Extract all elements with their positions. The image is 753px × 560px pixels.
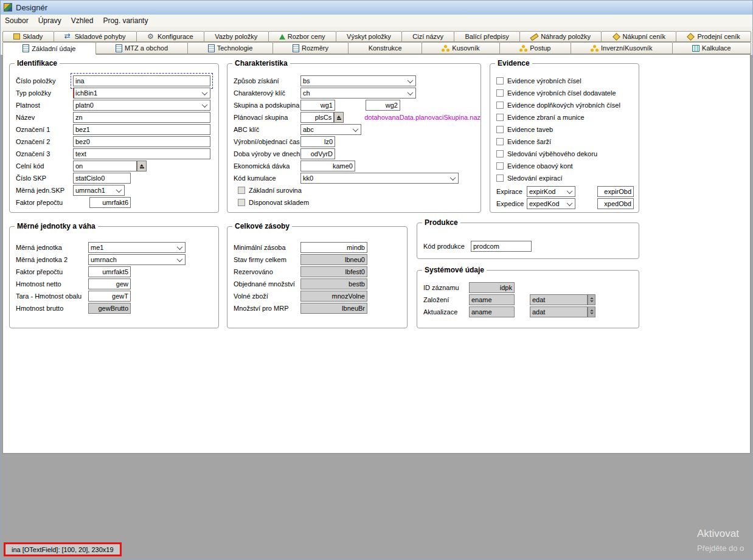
faktor-prepoctu2-input[interactable]: umrfakt5 <box>88 266 131 277</box>
hmotnost-netto-input[interactable]: gew <box>88 278 131 289</box>
form-row: Označení 2 bez0 <box>16 136 218 148</box>
tab-prodejni-cenik[interactable]: Prodejní ceník <box>676 31 751 42</box>
field-label: Charakterový klíč <box>234 89 300 97</box>
tab-vazby-polozky[interactable]: Vazby položky <box>204 31 269 42</box>
expedice-obdobi-input[interactable]: xpedObd <box>597 198 634 209</box>
celni-kod-picker-button[interactable] <box>137 161 147 171</box>
expedice-kod-select[interactable]: expedKod <box>527 198 575 209</box>
tab-zakladni-udaje[interactable]: Základní údaje <box>2 42 96 55</box>
field-value: xpedObd <box>604 200 631 207</box>
tab-konfigurace[interactable]: Konfigurace <box>136 31 204 42</box>
form-row: Skupina a podskupina wg1 wg2 <box>234 99 481 111</box>
field-value: ch <box>303 89 310 97</box>
evidence-checkbox[interactable] <box>496 126 504 133</box>
kod-kumulace-select[interactable]: kk0 <box>300 173 459 184</box>
expirace-kod-select[interactable]: expirKod <box>527 186 575 197</box>
vyrobni-objednaci-cas-input[interactable]: lz0 <box>300 136 335 147</box>
expirace-obdobi-input[interactable]: expirObd <box>597 186 634 197</box>
zpusob-ziskani-select[interactable]: bs <box>300 75 416 86</box>
tab-technologie[interactable]: Technologie <box>187 42 272 54</box>
platnost-select[interactable]: platn0 <box>73 100 210 111</box>
doba-vyroby-input[interactable]: odVyrD <box>300 148 335 159</box>
oznaceni3-input[interactable]: text <box>73 148 210 159</box>
tab-nahrady-polozky[interactable]: Náhrady položky <box>519 31 602 42</box>
celni-kod-input[interactable]: on <box>73 161 137 171</box>
evidence-checkbox[interactable] <box>496 162 504 170</box>
evidence-checkbox[interactable] <box>496 77 504 85</box>
form-row: Doba výroby ve dnech odVyrD <box>234 148 481 160</box>
kod-produkce-input[interactable]: prodcom <box>471 241 532 252</box>
chevron-down-icon <box>177 244 183 250</box>
abc-klic-select[interactable]: abc <box>300 124 361 135</box>
form-row: Evidence výrobních čísel <box>496 75 639 87</box>
tab-label: MTZ a obchod <box>125 44 168 52</box>
tab-label: Nákupní ceník <box>623 33 665 40</box>
nazev-input[interactable]: zn <box>73 112 210 123</box>
form-row: Expirace expirKod expirObd <box>496 185 639 198</box>
field-label: Výrobní/objednací čas <box>234 138 300 145</box>
tab-rozbor-ceny[interactable]: Rozbor ceny <box>268 31 336 42</box>
field-label: ID záznamu <box>423 284 469 291</box>
oznaceni1-input[interactable]: bez1 <box>73 124 210 135</box>
tab-konstrukce[interactable]: Konstrukce <box>348 42 422 54</box>
minimalni-zasoba-input[interactable]: mindb <box>300 242 367 253</box>
cislo-skp-input[interactable]: statCislo0 <box>73 173 131 184</box>
field-label: Způsob získání <box>234 77 300 85</box>
menu-prog-varianty[interactable]: Prog. varianty <box>98 15 153 27</box>
planovaci-skupina-input[interactable]: plsCs <box>300 112 334 123</box>
oznaceni2-input[interactable]: bez0 <box>73 136 210 147</box>
mnozstvi-mrp-field: lbneuBr <box>300 303 367 314</box>
skupina-input[interactable]: wg1 <box>300 100 335 111</box>
zalozeni-date-field: edat <box>530 294 588 305</box>
tab-kalkulace[interactable]: Kalkulace <box>672 42 751 54</box>
menu-soubor[interactable]: Soubor <box>0 15 33 27</box>
tab-balici-predpisy[interactable]: Balící předpisy <box>454 31 520 42</box>
evidence-checkbox[interactable] <box>496 89 504 97</box>
field-value: abc <box>303 126 314 133</box>
tab-postup[interactable]: Postup <box>499 42 571 54</box>
field-value: zn <box>75 114 83 121</box>
field-label: Aktualizace <box>423 308 469 316</box>
field-value: mindb <box>347 244 365 251</box>
podskupina-input[interactable]: wg2 <box>366 100 400 111</box>
group-title: Systémové údaje <box>422 266 487 274</box>
tab-inverzni-kusovnik[interactable]: InverzníKusovník <box>571 42 673 54</box>
menu-vzhled[interactable]: Vzhled <box>66 15 99 27</box>
zakladni-surovina-checkbox[interactable] <box>238 187 245 194</box>
charakterovy-klic-select[interactable]: ch <box>300 88 416 99</box>
form-row: Sledování výběhového dekoru <box>496 148 639 160</box>
evidence-checkbox[interactable] <box>496 114 504 121</box>
tab-rozmery[interactable]: Rozměry <box>272 42 349 54</box>
menu-upravy[interactable]: Úpravy <box>33 15 66 27</box>
form-row: Celní kód on <box>16 160 218 172</box>
disponovat-skladem-checkbox[interactable] <box>238 199 245 206</box>
tab-nakupni-cenik[interactable]: Nákupní ceník <box>601 31 676 42</box>
faktor-prepoctu-input[interactable]: umrfakt6 <box>89 197 131 208</box>
field-label: Doba výroby ve dnech <box>234 150 300 157</box>
evidence-checkbox[interactable] <box>496 150 504 157</box>
chevron-down-icon <box>202 102 208 108</box>
form-row: Faktor přepočtu umrfakt5 <box>16 266 218 278</box>
ekonomicka-davka-input[interactable]: kame0 <box>300 161 355 171</box>
tab-cizi-nazvy[interactable]: Cizí názvy <box>401 31 454 42</box>
typ-polozky-select[interactable]: ichBin1 <box>73 88 210 99</box>
tab-kusovnik[interactable]: Kusovník <box>422 42 500 54</box>
cislo-polozky-input[interactable]: ina <box>73 75 210 86</box>
evidence-checkbox[interactable] <box>496 175 504 182</box>
tara-hmotnost-obalu-input[interactable]: gewT <box>88 291 131 302</box>
field-label: Založení <box>423 296 469 303</box>
tab-mtz-a-obchod[interactable]: MTZ a obchod <box>95 42 189 54</box>
insert-marker <box>73 88 74 99</box>
evidence-checkbox[interactable] <box>496 102 504 109</box>
merna-jedn-skp-select[interactable]: umrnach1 <box>73 185 125 196</box>
evidence-checkbox[interactable] <box>496 138 504 145</box>
tab-vyskyt-polozky[interactable]: Výskyt položky <box>336 31 402 42</box>
merna-jednotka-select[interactable]: me1 <box>88 242 186 253</box>
merna-jednotka2-select[interactable]: umrnach <box>88 254 186 265</box>
form-row: Expedice expedKod xpedObd <box>496 198 639 210</box>
tab-skladove-pohyby[interactable]: Skladové pohyby <box>54 31 137 42</box>
tab-sklady[interactable]: Sklady <box>2 31 54 42</box>
field-value: gewT <box>112 292 128 300</box>
field-value: gew <box>116 280 128 288</box>
planovaci-skupina-picker-button[interactable] <box>334 112 344 123</box>
